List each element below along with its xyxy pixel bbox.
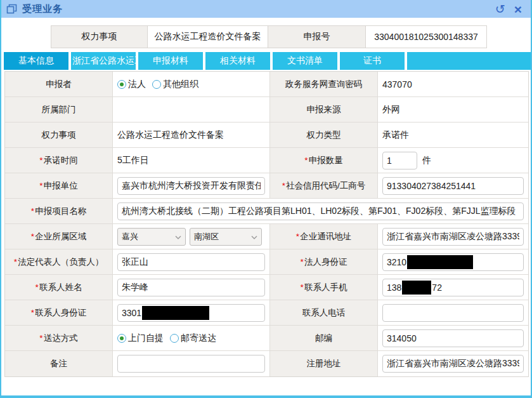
contact-phone-cell (378, 300, 528, 325)
contact-phone-input[interactable] (382, 304, 524, 322)
quantity-label: *申报数量 (270, 148, 378, 173)
legal-rep-label: *法定代表人（负责人） (5, 249, 113, 274)
tab-certificate[interactable]: 证书 (340, 52, 405, 70)
required-marker: * (304, 156, 308, 165)
postcode-label: 邮编 (270, 326, 378, 350)
contact-name-input[interactable] (117, 279, 265, 296)
declaration-source-label: 申报来源 (270, 97, 378, 122)
value-text: 72 (432, 282, 442, 293)
tab-declaration-materials[interactable]: 申报材料 (138, 52, 203, 70)
radio-label: 邮寄送达 (181, 333, 216, 344)
redaction-bar (402, 281, 431, 295)
close-icon[interactable]: × (514, 3, 522, 16)
registered-address-cell (378, 351, 528, 376)
form-row-contact-id: *联系人身份证 3301 联系人电话 (5, 300, 528, 326)
power-type-value: 承诺件 (378, 123, 528, 147)
query-password-value: 437070 (378, 72, 528, 96)
region-label: *企业所属区域 (5, 224, 113, 249)
quantity-input[interactable] (382, 152, 417, 169)
label-text: 权力类型 (307, 129, 341, 141)
value-text: 3210 (387, 257, 406, 267)
window-icon (6, 4, 17, 14)
radio-selected-icon (117, 80, 126, 89)
contact-name-label: *联系人姓名 (5, 275, 113, 300)
form-row-contact-name: *联系人姓名 *联系人手机 138 72 (5, 275, 528, 300)
contact-mobile-label: *联系人手机 (270, 275, 378, 300)
credit-code-label: *社会信用代码/工商号 (270, 173, 378, 198)
value-text: 5工作日 (117, 155, 149, 166)
contact-id-label: *联系人身份证 (5, 300, 113, 325)
contact-id-cell: 3301 (113, 300, 270, 325)
label-text: 联系人姓名 (39, 282, 82, 293)
declaration-header: 权力事项 公路水运工程造价文件备案 申报号 330400181025300148… (51, 25, 487, 48)
remark-input[interactable] (117, 355, 265, 373)
city-select[interactable]: 嘉兴 (117, 228, 186, 246)
chevron-down-icon (175, 232, 181, 241)
company-address-label: *企业通讯地址 (270, 224, 378, 249)
form-row-legal-rep: *法定代表人（负责人） *法人身份证 3210 (5, 249, 528, 275)
required-marker: * (14, 257, 17, 267)
power-item-header-label: 权力事项 (51, 26, 148, 48)
company-input[interactable] (117, 177, 265, 195)
declarant-label: 申报者 (5, 72, 113, 96)
legal-id-input[interactable]: 3210 (382, 253, 524, 271)
tab-related-materials[interactable]: 相关材料 (205, 52, 270, 70)
label-text: 联系人电话 (302, 307, 346, 319)
postcode-input[interactable] (382, 329, 524, 347)
redaction-bar (407, 255, 473, 269)
declaration-source-value: 外网 (378, 97, 528, 122)
declaration-number-value: 330400181025300148337 (366, 26, 486, 48)
title-bar: 受理业务 ↺ × (1, 0, 531, 18)
project-name-cell (113, 199, 528, 223)
form-row-power-item: 权力事项 公路水运工程造价文件备案 权力类型 承诺件 (5, 123, 528, 148)
label-text: 权力事项 (42, 129, 76, 141)
tab-document-list[interactable]: 文书清单 (273, 52, 337, 70)
company-address-input[interactable] (382, 228, 524, 246)
declaration-number-label: 申报号 (268, 26, 366, 48)
credit-code-input[interactable] (382, 177, 524, 195)
tab-zhejiang-highway-water[interactable]: 浙江省公路水运工 (71, 52, 136, 70)
legal-rep-cell (113, 249, 270, 274)
delivery-label: *送达方式 (5, 326, 113, 350)
postcode-cell (378, 326, 528, 350)
chevron-down-icon (251, 232, 257, 241)
radio-option-legal-person[interactable]: 法人 (117, 79, 146, 90)
contact-mobile-input[interactable]: 138 72 (382, 279, 524, 296)
label-text: 企业所属区域 (35, 231, 86, 242)
contact-id-input[interactable]: 3301 (117, 304, 265, 322)
radio-label: 其他组织 (163, 79, 198, 90)
district-select[interactable]: 南湖区 (190, 228, 262, 246)
label-text: 联系人手机 (304, 282, 347, 293)
value-text: 437070 (382, 79, 412, 90)
remark-label: 备注 (5, 351, 113, 376)
basic-info-form: 申报者 法人 其他组织 政务服务网查询密码 437070 所属部门 申报来源 外… (4, 71, 529, 377)
declarant-radio-group: 法人 其他组织 (113, 72, 270, 96)
query-password-label: 政务服务网查询密码 (270, 72, 378, 96)
required-marker: * (301, 282, 304, 292)
label-text: 送达方式 (44, 333, 78, 344)
label-text: 申报数量 (309, 155, 343, 166)
tab-basic-info[interactable]: 基本信息 (4, 52, 68, 70)
radio-option-mail-delivery[interactable]: 邮寄送达 (170, 333, 216, 344)
form-row-remark: 备注 注册地址 (5, 351, 528, 376)
city-selected-value: 嘉兴 (122, 231, 138, 242)
label-text: 申报项目名称 (35, 206, 86, 217)
label-text: 政务服务网查询密码 (285, 79, 363, 90)
legal-rep-input[interactable] (117, 253, 265, 271)
delivery-radio-group: 上门自提 邮寄送达 (113, 326, 270, 350)
form-row-promise-time: *承诺时间 5工作日 *申报数量 件 (5, 148, 528, 173)
registered-address-input[interactable] (382, 355, 524, 373)
refresh-icon[interactable]: ↺ (495, 3, 505, 15)
label-text: 申报单位 (44, 180, 78, 192)
project-name-input[interactable] (117, 202, 524, 220)
radio-unselected-icon (152, 80, 161, 89)
label-text: 备注 (50, 358, 67, 369)
promise-time-label: *承诺时间 (5, 148, 113, 173)
radio-option-other-organization[interactable]: 其他组织 (152, 79, 198, 90)
radio-option-self-pickup[interactable]: 上门自提 (117, 333, 164, 344)
credit-code-cell (378, 173, 528, 198)
form-row-company: *申报单位 *社会信用代码/工商号 (5, 173, 528, 199)
required-marker: * (282, 181, 285, 190)
form-row-department: 所属部门 申报来源 外网 (5, 97, 528, 123)
label-text: 所属部门 (42, 104, 76, 116)
